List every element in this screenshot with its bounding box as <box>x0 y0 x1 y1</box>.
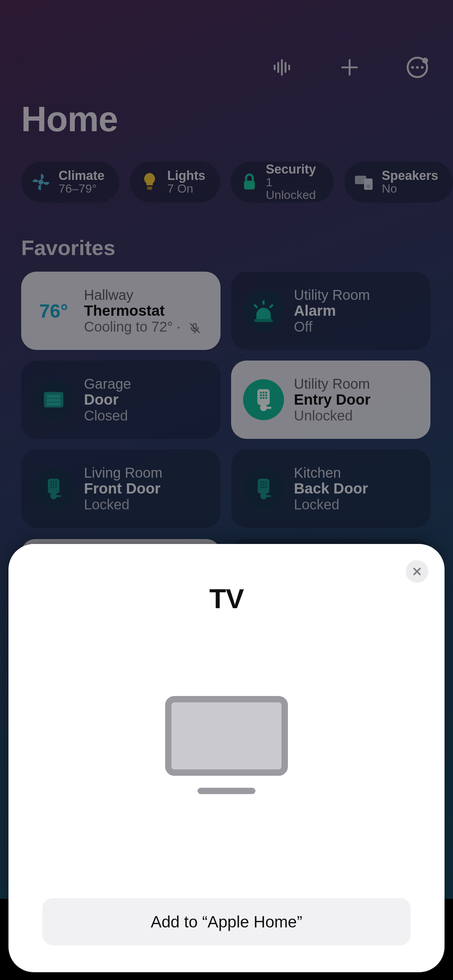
category-label: Speakers <box>382 169 438 182</box>
svg-point-45 <box>51 484 52 485</box>
svg-rect-26 <box>47 395 61 398</box>
category-status: 76–79° <box>59 182 105 195</box>
svg-point-57 <box>261 484 262 485</box>
category-security[interactable]: Security 1 Unlocked <box>231 162 334 202</box>
svg-point-36 <box>260 397 262 399</box>
category-status: 1 Unlocked <box>266 176 319 201</box>
category-status: No <box>382 182 438 195</box>
category-speakers[interactable]: Speakers No <box>344 162 453 202</box>
tile-front-door[interactable]: Living Room Front Door Locked <box>21 449 221 528</box>
tile-alarm[interactable]: Utility Room Alarm Off <box>231 272 431 350</box>
tile-room: Kitchen <box>294 465 368 480</box>
svg-point-54 <box>261 481 262 483</box>
svg-line-23 <box>254 305 257 308</box>
svg-point-8 <box>411 66 414 69</box>
tile-back-door[interactable]: Kitchen Back Door Locked <box>231 449 431 528</box>
svg-point-38 <box>265 397 267 399</box>
svg-point-55 <box>263 481 265 483</box>
svg-point-62 <box>265 486 267 488</box>
tile-status: Locked <box>294 497 368 512</box>
category-row: Climate 76–79° Lights 7 On Security 1 Un… <box>21 162 453 202</box>
svg-point-59 <box>265 484 267 485</box>
speaker-icon <box>354 172 374 192</box>
svg-point-50 <box>56 486 57 488</box>
svg-point-9 <box>416 66 419 69</box>
category-label: Security <box>266 162 319 176</box>
svg-rect-27 <box>47 399 61 401</box>
favorites-grid: 76° Hallway Thermostat Cooling to 72° · … <box>21 272 431 528</box>
fan-icon <box>31 172 51 192</box>
favorites-heading: Favorites <box>21 235 115 260</box>
tile-entry-door[interactable]: Utility Room Entry Door Unlocked <box>231 361 431 439</box>
add-to-home-button[interactable]: Add to “Apple Home” <box>42 898 411 945</box>
svg-rect-21 <box>254 319 273 322</box>
tile-room: Garage <box>84 376 131 391</box>
category-label: Climate <box>59 169 105 182</box>
svg-point-49 <box>53 486 55 488</box>
sheet-title: TV <box>209 583 244 615</box>
tile-status: Closed <box>84 408 131 423</box>
svg-point-44 <box>56 481 57 483</box>
svg-point-42 <box>51 481 52 483</box>
svg-point-61 <box>263 486 265 488</box>
svg-point-12 <box>38 180 43 185</box>
tile-status: Unlocked <box>294 408 370 423</box>
category-status: 7 On <box>167 182 205 195</box>
mic-off-icon <box>189 322 201 334</box>
close-button[interactable] <box>406 560 428 583</box>
svg-rect-28 <box>47 402 61 405</box>
garage-icon <box>33 379 74 420</box>
svg-point-37 <box>262 397 265 399</box>
tile-name: Alarm <box>294 303 370 319</box>
svg-point-48 <box>51 486 52 488</box>
svg-point-34 <box>262 395 265 396</box>
tv-icon <box>165 696 288 794</box>
svg-point-58 <box>263 484 265 485</box>
svg-rect-52 <box>56 495 61 497</box>
keypad-lock-open-icon <box>243 379 284 420</box>
svg-line-24 <box>270 305 273 308</box>
tile-name: Door <box>84 391 131 408</box>
thermometer-icon: 76° <box>33 300 74 322</box>
svg-rect-13 <box>147 187 153 190</box>
tile-name: Front Door <box>84 480 162 497</box>
tile-name: Thermostat <box>84 303 201 319</box>
svg-point-33 <box>260 395 262 396</box>
category-climate[interactable]: Climate 76–79° <box>21 162 119 202</box>
bulb-icon <box>140 172 159 192</box>
tile-room: Utility Room <box>294 287 370 303</box>
more-icon[interactable] <box>403 53 432 82</box>
svg-point-31 <box>262 391 265 394</box>
keypad-lock-icon <box>243 468 284 509</box>
svg-rect-64 <box>265 495 271 497</box>
svg-rect-14 <box>244 181 255 189</box>
svg-point-43 <box>53 481 55 483</box>
tile-room: Hallway <box>84 287 201 303</box>
svg-point-32 <box>265 391 267 394</box>
category-label: Lights <box>167 169 205 182</box>
svg-point-11 <box>422 58 428 64</box>
broadcast-icon[interactable] <box>267 53 296 82</box>
tile-status: Off <box>294 319 370 334</box>
svg-point-35 <box>265 395 267 396</box>
add-icon[interactable] <box>335 53 364 82</box>
add-accessory-sheet: TV Add to “Apple Home” <box>8 544 445 972</box>
keypad-lock-icon <box>33 468 74 509</box>
svg-point-56 <box>265 481 267 483</box>
tile-name: Entry Door <box>294 391 370 408</box>
tile-status: Cooling to 72° · <box>84 319 201 334</box>
tile-room: Living Room <box>84 465 162 480</box>
page-title: Home <box>21 99 118 139</box>
svg-point-30 <box>260 391 262 394</box>
alarm-icon <box>243 290 284 331</box>
svg-point-60 <box>261 486 262 488</box>
svg-point-46 <box>53 484 55 485</box>
tile-garage-door[interactable]: Garage Door Closed <box>21 361 221 439</box>
svg-point-47 <box>56 484 57 485</box>
tile-name: Back Door <box>294 480 368 497</box>
tile-status: Locked <box>84 497 162 512</box>
category-lights[interactable]: Lights 7 On <box>130 162 220 202</box>
svg-point-10 <box>421 66 424 69</box>
tile-thermostat[interactable]: 76° Hallway Thermostat Cooling to 72° · <box>21 272 221 350</box>
svg-point-17 <box>366 184 370 188</box>
